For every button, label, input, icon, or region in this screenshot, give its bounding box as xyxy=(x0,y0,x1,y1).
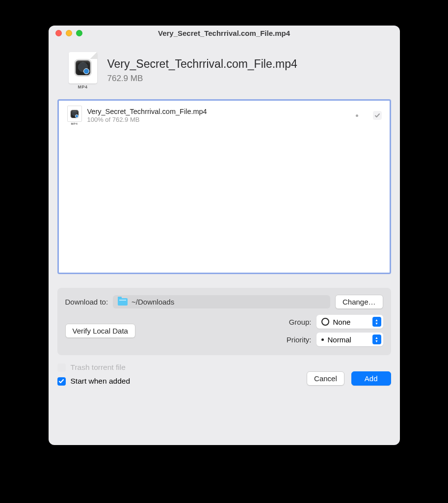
trash-torrent-checkbox xyxy=(57,363,66,372)
download-to-label: Download to: xyxy=(65,298,108,306)
file-icon-small: MP4 xyxy=(67,106,82,125)
file-size: 762.9 MB xyxy=(107,74,297,84)
file-row-meta: Very_Secret_Techrrival.com_File.mp4 100%… xyxy=(87,108,351,123)
download-path-text: ~/Downloads xyxy=(132,298,174,306)
verify-local-data-button[interactable]: Verify Local Data xyxy=(65,324,135,338)
change-location-button[interactable]: Change… xyxy=(335,295,383,309)
minimize-window-button[interactable] xyxy=(66,30,72,36)
stepper-icon: ▲▼ xyxy=(372,335,381,344)
quicktime-icon xyxy=(74,59,92,77)
group-label: Group: xyxy=(289,318,312,326)
window-controls xyxy=(55,30,82,36)
file-header-text: Very_Secret_Techrrival.com_File.mp4 762.… xyxy=(107,57,297,84)
start-when-added-checkbox[interactable] xyxy=(57,377,66,386)
cancel-button[interactable]: Cancel xyxy=(307,371,344,386)
folder-icon xyxy=(118,298,128,306)
file-list-row[interactable]: MP4 Very_Secret_Techrrival.com_File.mp4 … xyxy=(59,103,390,128)
group-row: Group: None ▲▼ xyxy=(289,315,383,329)
file-icon-large: MP4 xyxy=(67,51,99,89)
priority-select[interactable]: Normal ▲▼ xyxy=(316,333,383,346)
priority-label: Priority: xyxy=(287,335,312,344)
group-select[interactable]: None ▲▼ xyxy=(316,315,383,329)
window-title: Very_Secret_Techrrival.com_File.mp4 xyxy=(49,29,400,37)
footer: Trash torrent file Start when added Canc… xyxy=(57,363,391,386)
trash-torrent-label: Trash torrent file xyxy=(71,363,126,372)
file-header: MP4 Very_Secret_Techrrival.com_File.mp4 … xyxy=(49,40,400,95)
group-value: None xyxy=(333,318,351,326)
dot-icon xyxy=(321,338,324,341)
priority-row: Priority: Normal ▲▼ xyxy=(287,333,383,346)
filetype-badge: MP4 xyxy=(78,84,87,89)
priority-value: Normal xyxy=(328,335,351,344)
file-list[interactable]: MP4 Very_Secret_Techrrival.com_File.mp4 … xyxy=(57,99,391,274)
quicktime-icon xyxy=(70,110,79,118)
download-path-display: ~/Downloads xyxy=(113,295,330,308)
file-include-checkbox[interactable] xyxy=(373,111,382,120)
stepper-icon: ▲▼ xyxy=(372,317,381,327)
trash-torrent-checkbox-row: Trash torrent file xyxy=(57,363,131,372)
footer-checkboxes: Trash torrent file Start when added xyxy=(57,363,131,386)
close-window-button[interactable] xyxy=(55,30,62,36)
options-panel: Download to: ~/Downloads Change… Verify … xyxy=(57,288,391,355)
start-when-added-checkbox-row[interactable]: Start when added xyxy=(57,377,131,386)
options-second-row: Verify Local Data Group: None ▲▼ xyxy=(65,315,383,346)
file-row-name: Very_Secret_Techrrival.com_File.mp4 xyxy=(87,108,351,115)
priority-dot-icon[interactable] xyxy=(356,114,358,117)
zoom-window-button[interactable] xyxy=(76,30,82,36)
options-right-column: Group: None ▲▼ Priority: xyxy=(287,315,383,346)
download-to-row: Download to: ~/Downloads Change… xyxy=(65,295,383,309)
add-button[interactable]: Add xyxy=(351,371,391,386)
footer-actions: Cancel Add xyxy=(307,371,391,386)
start-when-added-label: Start when added xyxy=(71,377,131,386)
dialog-window: Very_Secret_Techrrival.com_File.mp4 MP4 … xyxy=(49,26,400,445)
filetype-badge: MP4 xyxy=(71,122,78,125)
file-name: Very_Secret_Techrrival.com_File.mp4 xyxy=(107,57,297,71)
circle-icon xyxy=(321,318,329,326)
file-row-status: 100% of 762.9 MB xyxy=(87,116,351,123)
titlebar: Very_Secret_Techrrival.com_File.mp4 xyxy=(49,26,400,40)
